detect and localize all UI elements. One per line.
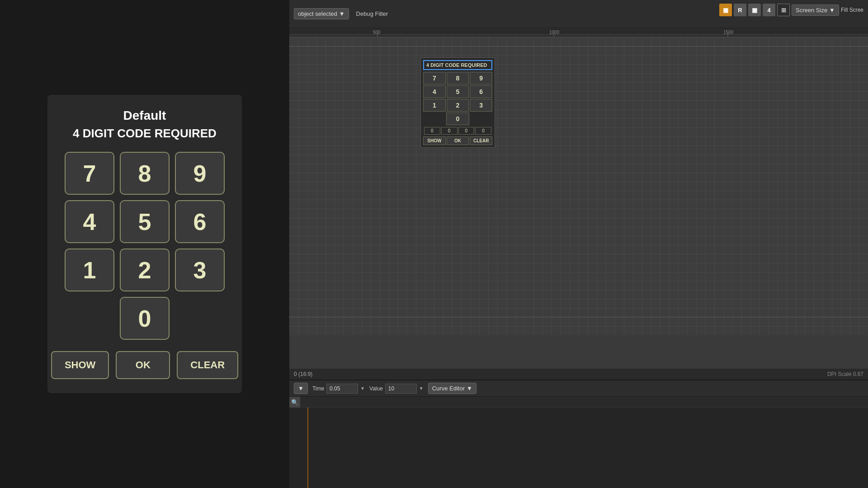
widget-key-9[interactable]: 9 <box>470 72 492 84</box>
value-input[interactable] <box>385 384 417 394</box>
widget-digit-display: 0 0 0 0 <box>423 127 492 135</box>
dropdown-arrow-icon: ▼ <box>339 10 345 17</box>
screen-dropdown-arrow: ▼ <box>829 7 835 14</box>
timeline-area: ▼ Time ▼ Value ▼ Curve Editor ▼ 🔍 0 <box>289 380 868 488</box>
widget-action-buttons: SHOW OK CLEAR <box>423 136 492 145</box>
timeline-search-button[interactable]: 🔍 <box>289 397 300 408</box>
ruler-svg: 500 1000 1500 <box>289 28 868 37</box>
widget-key-2[interactable]: 2 <box>447 99 469 112</box>
object-selected-dropdown[interactable]: object selected ▼ <box>294 8 349 19</box>
widget-key-0[interactable]: 0 <box>446 113 469 125</box>
keypad-title: Default <box>123 108 166 123</box>
bottom-info-bar: 0 (16:9) <box>289 369 868 380</box>
widget-clear-button[interactable]: CLEAR <box>470 136 492 145</box>
svg-text:1000: 1000 <box>549 30 560 35</box>
adjust-icon-button[interactable]: ⊞ <box>777 4 790 16</box>
fill-screen-label: Fill Scree <box>841 7 863 13</box>
time-dropdown-arrow: ▼ <box>360 386 365 391</box>
grid-button[interactable]: ▦ <box>748 4 761 16</box>
key-zero-row: 0 <box>120 297 170 340</box>
key-2[interactable]: 2 <box>120 249 170 291</box>
key-5[interactable]: 5 <box>120 200 170 243</box>
key-4[interactable]: 4 <box>65 200 114 243</box>
r-button[interactable]: R <box>734 4 746 16</box>
timeline-toolbar: ▼ Time ▼ Value ▼ Curve Editor ▼ <box>289 380 868 397</box>
widget-key-1[interactable]: 1 <box>423 99 446 112</box>
widget-key-4[interactable]: 4 <box>423 85 446 98</box>
time-input[interactable] <box>326 384 358 394</box>
widget-key-7[interactable]: 7 <box>423 72 446 84</box>
left-preview-panel: Default 4 DIGIT CODE REQUIRED 7 8 9 4 5 … <box>0 0 289 488</box>
key-0[interactable]: 0 <box>120 297 170 340</box>
debug-filter-label: Debug Filter <box>353 9 392 19</box>
widget-zero-row: 0 <box>423 113 492 125</box>
keypad-action-buttons: SHOW OK CLEAR <box>51 351 238 379</box>
four-button[interactable]: 4 <box>763 4 775 16</box>
key-7[interactable]: 7 <box>65 152 114 195</box>
time-input-group: Time ▼ <box>312 384 365 394</box>
right-editor-panel: object selected ▼ Debug Filter ▦ R ▦ 4 ⊞… <box>289 0 868 488</box>
dpi-scale-label: DPI Scale 0.67 <box>827 371 863 377</box>
time-label: Time <box>312 385 324 392</box>
key-8[interactable]: 8 <box>120 152 170 195</box>
clear-button[interactable]: CLEAR <box>177 351 238 379</box>
widget-title: 4 DIGIT CODE REQUIRED <box>423 60 492 70</box>
svg-text:1500: 1500 <box>723 30 734 35</box>
timeline-content <box>289 408 868 488</box>
adjust-icon: ⊞ <box>781 7 786 14</box>
key-1[interactable]: 1 <box>65 249 114 291</box>
svg-text:500: 500 <box>373 30 381 35</box>
curve-editor-dropdown[interactable]: Curve Editor ▼ <box>428 383 476 394</box>
canvas-grid <box>289 37 868 335</box>
key-9[interactable]: 9 <box>175 152 225 195</box>
curve-dropdown-arrow: ▼ <box>467 385 472 392</box>
canvas-ruler: 500 1000 1500 <box>289 28 868 37</box>
keypad-number-grid: 7 8 9 4 5 6 1 2 3 <box>65 152 225 291</box>
canvas-border-top <box>289 46 868 47</box>
grid-icon: ▦ <box>723 7 728 14</box>
orange-grid-icon-button[interactable]: ▦ <box>719 4 732 16</box>
timeline-playhead-line <box>307 408 308 488</box>
keypad-subtitle: 4 DIGIT CODE REQUIRED <box>73 127 217 141</box>
widget-digit-1: 0 <box>424 127 440 135</box>
widget-key-3[interactable]: 3 <box>470 99 492 112</box>
widget-digit-3: 0 <box>458 127 475 135</box>
grid2-icon: ▦ <box>752 7 757 14</box>
widget-digit-4: 0 <box>475 127 491 135</box>
keypad-large-preview: Default 4 DIGIT CODE REQUIRED 7 8 9 4 5 … <box>47 95 242 393</box>
widget-key-8[interactable]: 8 <box>447 72 469 84</box>
ok-button[interactable]: OK <box>116 351 170 379</box>
canvas-area: 4 DIGIT CODE REQUIRED 7 8 9 4 5 6 1 2 3 … <box>289 37 868 335</box>
keypad-widget: 4 DIGIT CODE REQUIRED 7 8 9 4 5 6 1 2 3 … <box>420 57 495 148</box>
resolution-label: 0 (16:9) <box>294 371 312 377</box>
right-toolbar-icons: ▦ R ▦ 4 ⊞ Screen Size ▼ Fill Scree <box>719 4 863 16</box>
widget-key-6[interactable]: 6 <box>470 85 492 98</box>
value-label: Value <box>369 385 383 392</box>
widget-show-button[interactable]: SHOW <box>423 136 446 145</box>
widget-keypad-grid: 7 8 9 4 5 6 1 2 3 <box>423 72 492 112</box>
key-6[interactable]: 6 <box>175 200 225 243</box>
value-dropdown-arrow: ▼ <box>419 386 424 391</box>
timeline-dropdown[interactable]: ▼ <box>294 383 308 394</box>
screen-size-dropdown[interactable]: Screen Size ▼ <box>792 5 839 16</box>
key-3[interactable]: 3 <box>175 249 225 291</box>
value-input-group: Value ▼ <box>369 384 424 394</box>
top-toolbar: object selected ▼ Debug Filter ▦ R ▦ 4 ⊞… <box>289 0 868 28</box>
widget-digit-2: 0 <box>441 127 458 135</box>
timeline-ruler: 🔍 0.00 0.50 1.00 1.50 2.00 <box>289 397 868 408</box>
canvas-border-bottom <box>289 317 868 317</box>
show-button[interactable]: SHOW <box>51 351 109 379</box>
widget-ok-button[interactable]: OK <box>447 136 469 145</box>
widget-key-5[interactable]: 5 <box>447 85 469 98</box>
